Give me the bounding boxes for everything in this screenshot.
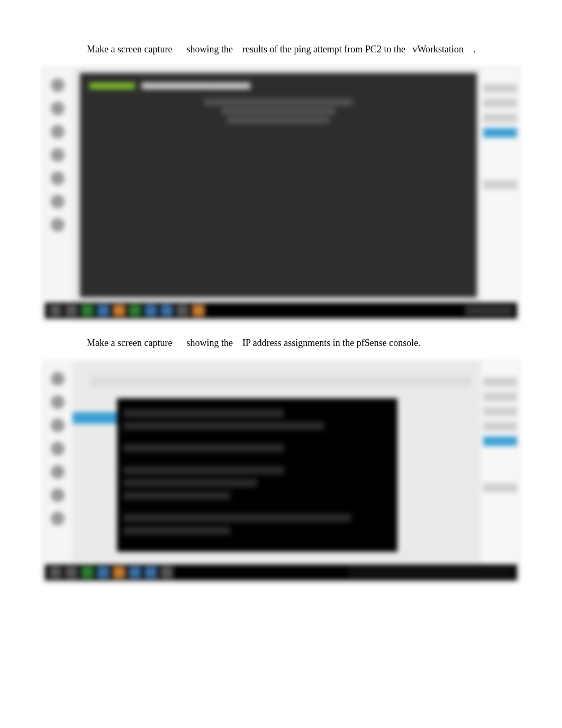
text-segment: IP address assignments in the pfSense co…	[242, 338, 421, 348]
taskbar-icon	[97, 567, 110, 578]
text-segment: .	[473, 44, 476, 54]
panel-slot	[483, 422, 517, 431]
text-spacer	[466, 44, 470, 54]
screenshot-ping-results: █████████████ ██████████████████████████…	[42, 67, 520, 321]
taskbar-icon	[113, 567, 125, 578]
taskbar-icon	[129, 305, 141, 316]
console-line	[123, 479, 257, 487]
instruction-2-text: Make a screen capture showing the IP add…	[87, 336, 498, 350]
panel-slot	[483, 483, 517, 493]
tool-icon	[51, 442, 65, 456]
console-line	[123, 409, 284, 417]
tool-icon	[51, 218, 65, 232]
taskbar-icon	[65, 305, 78, 316]
taskbar-icon	[113, 305, 125, 316]
console-line	[123, 526, 230, 535]
right-panel	[481, 361, 519, 583]
taskbar	[45, 303, 517, 319]
active-tab	[72, 412, 117, 424]
tool-icon	[51, 195, 65, 208]
taskbar-icon	[65, 567, 78, 578]
tool-icon	[51, 395, 65, 409]
terminal-prompt: █████████████	[85, 77, 139, 89]
tool-icon	[51, 102, 65, 115]
taskbar-icon	[49, 305, 62, 316]
right-panel	[481, 68, 519, 321]
panel-slot	[483, 84, 517, 93]
taskbar-icon	[81, 305, 94, 316]
tool-icon	[51, 488, 65, 502]
console-line	[123, 514, 351, 522]
tool-icon	[51, 418, 65, 432]
text-segment: showing the	[186, 338, 233, 348]
panel-slot	[483, 180, 517, 189]
panel-slot	[483, 113, 517, 123]
text-segment: results of the ping attempt from PC2 to …	[242, 44, 405, 54]
text-segment: vWorkstation	[412, 44, 464, 54]
tool-icon	[51, 372, 65, 386]
console-line	[123, 422, 324, 430]
tool-icon	[51, 78, 65, 92]
panel-slot	[483, 392, 517, 402]
text-spacer	[175, 44, 184, 54]
taskbar-icon	[192, 305, 205, 316]
text-segment: Make a screen capture	[87, 44, 172, 54]
taskbar-icon	[129, 567, 141, 578]
panel-slot-active	[483, 128, 517, 138]
left-toolbar	[43, 361, 72, 583]
instruction-1-text: Make a screen capture showing the result…	[87, 42, 498, 57]
panel-slot	[483, 377, 517, 387]
text-spacer	[175, 338, 184, 348]
console-line	[123, 466, 284, 475]
taskbar-icon	[81, 567, 94, 578]
taskbar-right	[349, 568, 513, 577]
taskbar	[45, 565, 517, 580]
left-toolbar	[43, 68, 72, 321]
console-line	[123, 492, 230, 500]
instruction-2: Make a screen capture showing the IP add…	[74, 336, 498, 350]
taskbar-icon	[97, 305, 110, 316]
terminal-window: █████████████ ██████████████████████████…	[80, 73, 477, 297]
taskbar-icon	[144, 567, 157, 578]
tool-icon	[51, 148, 65, 162]
screenshot-pfsense-console	[42, 361, 520, 583]
text-segment: showing the	[186, 44, 233, 54]
text-spacer	[235, 338, 240, 348]
panel-slot	[483, 98, 517, 108]
tool-icon	[51, 465, 65, 479]
taskbar-icon	[160, 567, 173, 578]
taskbar-icon	[176, 305, 189, 316]
instruction-1: Make a screen capture showing the result…	[74, 42, 498, 57]
taskbar-icon	[160, 305, 173, 316]
pfsense-console	[117, 398, 397, 552]
terminal-output: ███████████████████████████████	[142, 83, 250, 89]
tool-icon	[51, 171, 65, 185]
console-line	[123, 444, 284, 452]
tool-icon	[51, 125, 65, 139]
taskbar-icon	[144, 305, 157, 316]
terminal-output-block	[80, 95, 477, 128]
text-spacer	[235, 44, 240, 54]
panel-slot	[483, 407, 517, 416]
text-segment	[407, 44, 410, 54]
tab-bar	[90, 376, 472, 387]
panel-slot-active	[483, 436, 517, 446]
text-segment: Make a screen capture	[87, 338, 172, 348]
taskbar-icon	[49, 567, 62, 578]
taskbar-clock	[465, 306, 513, 315]
tool-icon	[51, 512, 65, 525]
